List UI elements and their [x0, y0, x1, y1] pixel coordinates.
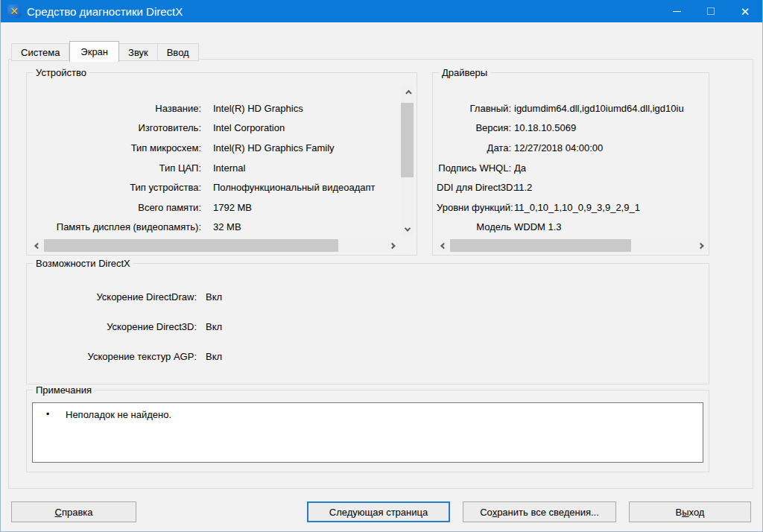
- field-value: Intel(R) HD Graphics Family: [213, 142, 335, 153]
- device-row: Память дисплея (видеопамять):32 MB: [31, 218, 396, 238]
- notes-group: Примечания • Неполадок не найдено.: [26, 390, 709, 472]
- help-button[interactable]: Справка: [11, 501, 136, 522]
- field-value: WDDM 1.3: [514, 221, 562, 232]
- field-value: 10.18.10.5069: [514, 122, 576, 133]
- notes-listbox[interactable]: • Неполадок не найдено.: [32, 402, 703, 463]
- save-all-info-button[interactable]: Сохранить все сведения...: [463, 501, 616, 522]
- field-value: Internal: [213, 162, 245, 174]
- scroll-thumb[interactable]: [450, 239, 631, 252]
- note-item: • Неполадок не найдено.: [46, 409, 700, 420]
- window-title: Средство диагностики DirectX: [27, 5, 183, 18]
- feature-row: Ускорение DirectDraw:Вкл: [31, 282, 701, 311]
- scroll-left-button[interactable]: [436, 239, 449, 252]
- scroll-right-button[interactable]: [384, 239, 397, 252]
- scroll-track[interactable]: [449, 239, 693, 252]
- drivers-group: Драйверы Главный:igdumdim64.dll,igd10ium…: [432, 72, 709, 256]
- field-label: Всего памяти:: [31, 202, 201, 213]
- device-group: Устройство Название:Intel(R) HD Graphics…: [26, 72, 417, 256]
- minimize-button[interactable]: [659, 0, 694, 22]
- chevron-down-icon: [404, 225, 410, 231]
- field-value: Да: [514, 162, 526, 174]
- field-label: Ускорение текстур AGP:: [31, 351, 197, 362]
- device-group-title: Устройство: [33, 67, 89, 78]
- scroll-down-button[interactable]: [401, 223, 414, 235]
- field-value: 1792 MB: [213, 202, 252, 213]
- exit-button-label: Выход: [676, 507, 705, 518]
- scroll-thumb[interactable]: [401, 103, 414, 177]
- save-all-info-button-label: Сохранить все сведения...: [480, 507, 599, 518]
- field-label: Тип микросхем:: [31, 142, 201, 153]
- close-button[interactable]: ✕: [728, 0, 762, 22]
- field-label: Дата:: [437, 142, 511, 153]
- scroll-left-button[interactable]: [30, 239, 42, 252]
- features-rows: Ускорение DirectDraw:Вкл Ускорение Direc…: [31, 282, 701, 371]
- scroll-up-button[interactable]: [401, 86, 414, 99]
- field-value: 32 MB: [213, 221, 241, 232]
- maximize-button[interactable]: [694, 0, 728, 22]
- field-value: Вкл: [206, 321, 222, 332]
- driver-row: Версия:10.18.10.5069: [437, 118, 705, 139]
- exit-button[interactable]: Выход: [629, 501, 751, 522]
- scroll-thumb[interactable]: [44, 239, 338, 252]
- chevron-right-icon: [697, 242, 703, 248]
- driver-row: Уровни функций:11_0,10_1,10_0,9_3,9_2,9_…: [437, 197, 705, 218]
- field-label: DDI для Direct3D:: [437, 182, 511, 193]
- tab-display[interactable]: Экран: [69, 41, 119, 62]
- field-label: Тип ЦАП:: [31, 162, 201, 174]
- scroll-track[interactable]: [401, 99, 414, 223]
- field-value: Intel(R) HD Graphics: [213, 103, 303, 114]
- scroll-track[interactable]: [42, 239, 384, 252]
- notes-group-title: Примечания: [33, 384, 95, 396]
- driver-row: МодельWDDM 1.3: [437, 218, 705, 238]
- device-horizontal-scrollbar[interactable]: [30, 239, 397, 252]
- device-vertical-scrollbar[interactable]: [401, 86, 414, 235]
- field-label: Ускорение Direct3D:: [31, 321, 197, 332]
- field-label: Изготовитель:: [31, 122, 201, 133]
- chevron-right-icon: [389, 242, 395, 248]
- window-controls: ✕: [659, 0, 762, 22]
- scroll-right-button[interactable]: [693, 239, 706, 252]
- feature-row: Ускорение Direct3D:Вкл: [31, 311, 701, 341]
- field-value: Полнофункциональный видеоадапт: [213, 182, 376, 193]
- device-row: Название:Intel(R) HD Graphics: [31, 98, 396, 118]
- field-label: Модель: [437, 221, 511, 232]
- next-page-button[interactable]: Следующая страница: [307, 501, 450, 522]
- minimize-icon: [673, 11, 681, 12]
- chevron-left-icon: [440, 242, 446, 248]
- titlebar: ✕ Средство диагностики DirectX ✕: [1, 0, 762, 22]
- help-button-label: Справка: [55, 507, 93, 518]
- field-value: Intel Corporation: [213, 122, 285, 133]
- driver-row: DDI для Direct3D:11.2: [437, 177, 705, 197]
- field-value: 11.2: [514, 182, 532, 193]
- field-label: Память дисплея (видеопамять):: [31, 221, 201, 232]
- field-label: Тип устройства:: [31, 182, 201, 193]
- maximize-icon: [707, 7, 715, 15]
- tab-sound[interactable]: Звук: [119, 43, 158, 61]
- field-label: Уровни функций:: [437, 202, 511, 213]
- features-group-title: Возможности DirectX: [33, 258, 133, 269]
- directx-features-group: Возможности DirectX Ускорение DirectDraw…: [26, 263, 709, 384]
- driver-row: Дата:12/27/2018 04:00:00: [437, 138, 705, 158]
- drivers-horizontal-scrollbar[interactable]: [436, 239, 706, 252]
- drivers-group-title: Драйверы: [439, 67, 490, 78]
- chevron-up-icon: [405, 89, 411, 95]
- field-label: Версия:: [437, 122, 511, 133]
- field-value: Вкл: [206, 351, 222, 362]
- device-row: Всего памяти:1792 MB: [31, 197, 396, 218]
- device-row: Тип микросхем:Intel(R) HD Graphics Famil…: [31, 138, 396, 158]
- device-row: Тип устройства:Полнофункциональный видео…: [31, 177, 396, 197]
- driver-row: Подпись WHQL:Да: [437, 158, 705, 178]
- tab-strip: Система Экран Звук Ввод: [11, 40, 199, 61]
- device-rows: Название:Intel(R) HD Graphics Изготовите…: [31, 98, 396, 237]
- display-tab-page: Устройство Название:Intel(R) HD Graphics…: [8, 59, 753, 489]
- field-label: Ускорение DirectDraw:: [31, 291, 197, 303]
- field-label: Подпись WHQL:: [437, 162, 511, 174]
- tab-system[interactable]: Система: [11, 43, 69, 61]
- device-row: Тип ЦАП:Internal: [31, 158, 396, 178]
- field-value: Вкл: [206, 291, 222, 303]
- next-page-button-label: Следующая страница: [329, 507, 428, 518]
- field-value: igdumdim64.dll,igd10iumd64.dll,igd10iu: [514, 103, 684, 114]
- tab-input[interactable]: Ввод: [158, 43, 199, 61]
- drivers-rows: Главный:igdumdim64.dll,igd10iumd64.dll,i…: [437, 98, 705, 237]
- field-value: 12/27/2018 04:00:00: [514, 142, 603, 153]
